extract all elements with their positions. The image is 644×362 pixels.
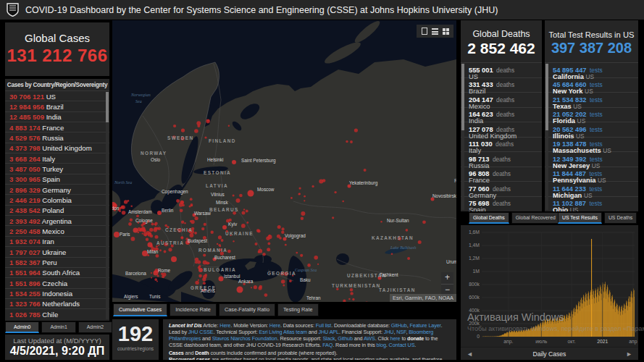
footer-link[interactable]: JHU CSSE xyxy=(188,329,214,335)
cases-row[interactable]: 1 323 766 Netherlands xyxy=(5,298,109,308)
cases-row[interactable]: 1 582 367 Peru xyxy=(5,257,109,267)
global-cases-value: 131 212 766 xyxy=(5,46,109,66)
tab-global-recovered[interactable]: Global Recovered xyxy=(511,212,560,224)
cases-row[interactable]: 2 446 219 Colombia xyxy=(5,194,109,204)
deaths-row[interactable]: 127 078 deathsUnited Kingdom xyxy=(461,122,542,137)
cases-row[interactable]: 4 883 174 France xyxy=(5,122,109,132)
footer-link[interactable]: AWS xyxy=(364,335,375,342)
tests-row[interactable]: 12 349 392 testsNew Jersey US xyxy=(545,151,638,167)
cases-row[interactable]: 3 300 965 Spain xyxy=(5,174,109,184)
cases-row[interactable]: 2 896 329 Germany xyxy=(5,184,109,194)
footer-link[interactable]: Esri Living Atlas team xyxy=(259,329,307,335)
cases-row[interactable]: 1 551 896 Czechia xyxy=(5,277,109,287)
legend-icon[interactable] xyxy=(430,27,440,35)
map-city-label: Saint Petersburg xyxy=(241,158,276,164)
cases-row[interactable]: 1 797 027 Ukraine xyxy=(5,246,109,256)
footer-link[interactable]: Here xyxy=(269,322,280,329)
cases-row[interactable]: 1 932 074 Iran xyxy=(5,236,109,246)
tests-row[interactable]: 54 895 447 testsCalifornia US xyxy=(545,62,638,77)
tab-cumulative-cases[interactable]: Cumulative Cases xyxy=(113,303,167,316)
deaths-row[interactable]: 555 001 deathsUS xyxy=(461,62,542,77)
tab-us-test-results[interactable]: US Test Results xyxy=(558,212,602,224)
tests-row[interactable]: 11 844 487 testsPennsylvania US xyxy=(545,167,638,182)
deaths-row[interactable]: 75 698 deathsSpain xyxy=(461,196,542,211)
footer-link[interactable]: Contact US xyxy=(389,342,415,348)
footer-link[interactable]: GitHub xyxy=(391,322,407,329)
footer-link[interactable]: JHU APL xyxy=(318,329,338,335)
tab-us-deaths[interactable]: US Deaths xyxy=(604,212,637,224)
cases-row[interactable]: 2 438 542 Poland xyxy=(5,205,109,215)
footer-link[interactable]: Slack xyxy=(322,335,335,342)
basemap-grid-icon[interactable] xyxy=(441,27,451,35)
tab-testing-rate[interactable]: Testing Rate xyxy=(277,303,319,316)
footer-link[interactable]: Github xyxy=(338,335,353,342)
deaths-row[interactable]: 77 060 deathsGermany xyxy=(461,181,542,196)
map-panel[interactable]: SWEDENNORWAYFINLANDESTONIALATVIABELARUSU… xyxy=(112,20,456,302)
footer-link[interactable]: blog xyxy=(377,342,386,348)
cases-list-scrollbar[interactable] xyxy=(106,92,109,319)
tests-row[interactable]: 11 644 233 testsMichigan US xyxy=(545,181,638,196)
footer-link[interactable]: Full list xyxy=(316,322,331,329)
tests-row[interactable]: 19 138 478 testsMassachusetts US xyxy=(545,137,638,152)
cases-row[interactable]: 1 534 255 Indonesia xyxy=(5,288,109,298)
map-city-label: Barcelona xyxy=(125,271,146,276)
deaths-row[interactable]: 164 623 deathsIndia xyxy=(461,107,542,122)
map-city-label: Istanbul xyxy=(224,274,240,279)
svg-text:июль: июль xyxy=(535,339,548,344)
tab-incidence-rate[interactable]: Incidence Rate xyxy=(170,303,217,316)
tab-admin0[interactable]: Admin0 xyxy=(5,321,39,333)
deaths-row[interactable]: 111 030 deathsItaly xyxy=(461,137,542,152)
tests-list-scrollbar[interactable] xyxy=(545,64,548,210)
deaths-row[interactable]: 96 808 deathsFrance xyxy=(461,167,542,182)
map-city-label: Kyiv xyxy=(228,222,238,227)
cases-row[interactable]: 30 706 121 US xyxy=(5,90,109,101)
tests-row[interactable]: 11 102 887 testsOhio US xyxy=(545,196,638,211)
tab-admin1[interactable]: Admin1 xyxy=(41,321,75,333)
cases-row[interactable]: 4 529 576 Russia xyxy=(5,132,109,142)
chart-prev-arrow[interactable]: ◄ xyxy=(467,350,473,358)
tab-global-deaths[interactable]: Global Deaths xyxy=(469,212,509,224)
tests-row[interactable]: 20 562 496 testsIllinois US xyxy=(545,122,638,137)
deaths-row[interactable]: 204 147 deathsMexico xyxy=(461,92,542,107)
scrollbar-thumb[interactable] xyxy=(461,64,464,130)
cases-row[interactable]: 2 393 492 Argentina xyxy=(5,215,109,225)
footer-link[interactable]: Stavros Niarchos Foundation xyxy=(212,335,277,342)
deaths-row[interactable]: 331 433 deathsBrazil xyxy=(461,77,542,93)
deaths-row[interactable]: 98 713 deathsRussia xyxy=(461,151,542,167)
cases-row[interactable]: 1 551 964 South Africa xyxy=(5,267,109,277)
footer-link[interactable]: here xyxy=(390,335,401,342)
scrollbar-thumb[interactable] xyxy=(545,64,548,130)
map-sea-label: Sea xyxy=(135,99,142,104)
map-city-label: Tehran xyxy=(306,295,321,300)
cases-row[interactable]: 1 026 785 Chile xyxy=(5,308,109,319)
scrollbar-thumb[interactable] xyxy=(106,92,109,122)
tab-admin2[interactable]: Admin2 xyxy=(78,321,112,333)
map-city-label: Paris xyxy=(120,232,130,237)
tests-row[interactable]: 21 534 832 testsTexas US xyxy=(545,92,638,107)
footer-link[interactable]: JHU xyxy=(384,329,394,335)
cases-row[interactable]: 4 373 798 United Kingdom xyxy=(5,143,109,153)
daily-cases-chart-panel[interactable]: 0200k400k600k800k1M1,2M1,4M1,6Mапр.июльо… xyxy=(461,225,638,360)
tests-row[interactable]: 21 052 202 testsFlorida US xyxy=(545,107,638,122)
bookmark-icon[interactable] xyxy=(419,27,429,35)
tests-row[interactable]: 45 684 660 testsNew York US xyxy=(545,77,638,93)
tab-case-fatality-ratio[interactable]: Case-Fatality Ratio xyxy=(219,303,275,316)
svg-text:апр.: апр. xyxy=(503,339,513,345)
footer-link[interactable]: Here xyxy=(219,322,230,329)
footer-link[interactable]: NSF xyxy=(396,329,406,335)
cases-row[interactable]: 12 485 509 India xyxy=(5,111,109,122)
footer-link[interactable]: Feature Layer xyxy=(409,322,440,329)
map-city-label: Amsterdam xyxy=(128,209,152,214)
cases-row[interactable]: 3 668 264 Italy xyxy=(5,153,109,163)
chart-tab-label[interactable]: Daily Cases xyxy=(533,350,566,358)
zoom-in-button[interactable]: + xyxy=(441,272,453,284)
chart-next-arrow[interactable]: ► xyxy=(626,350,632,358)
map-sea-label: North Sea xyxy=(114,180,132,185)
map-city-label: Baku xyxy=(300,277,311,282)
footer-link[interactable]: FAQ xyxy=(322,342,333,348)
cases-row[interactable]: 3 487 050 Turkey xyxy=(5,163,109,173)
svg-text:0: 0 xyxy=(477,334,480,339)
deaths-list-scrollbar[interactable] xyxy=(461,64,464,210)
cases-row[interactable]: 2 250 458 Mexico xyxy=(5,225,109,235)
cases-row[interactable]: 12 984 956 Brazil xyxy=(5,101,109,111)
